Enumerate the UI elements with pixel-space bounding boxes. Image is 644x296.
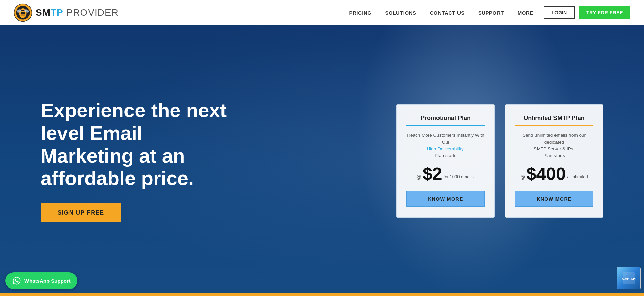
unlimited-plan-card: Unlimited SMTP Plan Send unlimited email…	[505, 104, 603, 218]
unlimited-plan-price-sub: / Unlimited	[567, 174, 588, 179]
bottom-accent-bar	[0, 293, 644, 296]
captcha-badge: reCAPTCHA	[617, 267, 641, 289]
logo-text: SMTP PROVIDER	[36, 7, 119, 18]
nav-support[interactable]: SUPPORT	[478, 10, 504, 16]
hero-headline: Experience the next level Email Marketin…	[41, 99, 237, 190]
unlimited-plan-at: @	[520, 174, 525, 180]
unlimited-plan-price: $400	[527, 165, 566, 183]
unlimited-plan-divider	[515, 125, 593, 126]
nav-contact[interactable]: CONTACT US	[430, 10, 465, 16]
promotional-plan-price: $2	[423, 165, 442, 183]
promotional-plan-price-sub: for 1000 emails.	[444, 174, 475, 179]
nav-more[interactable]: MORE	[518, 10, 533, 16]
unlimited-plan-price-row: @ $400 / Unlimited	[520, 165, 588, 183]
promotional-plan-desc: Reach More Customers Instantly With Our …	[406, 132, 485, 160]
svg-text:reCAPTCHA: reCAPTCHA	[622, 277, 636, 280]
captcha-icon: reCAPTCHA	[622, 272, 636, 285]
promotional-plan-at: @	[416, 174, 421, 180]
promotional-plan-card: Promotional Plan Reach More Customers In…	[396, 104, 495, 218]
whatsapp-icon	[12, 276, 21, 285]
unlimited-know-more-button[interactable]: KNOW MORE	[515, 191, 593, 207]
promotional-plan-divider	[406, 125, 485, 126]
unlimited-plan-desc: Send unlimited emails from our dedicated…	[515, 132, 593, 160]
nav-pricing[interactable]: PRICING	[349, 10, 371, 16]
brand-logo[interactable]: SMTP PROVIDER	[14, 3, 119, 22]
plan-cards: Promotional Plan Reach More Customers In…	[396, 104, 603, 218]
login-button[interactable]: LOGIN	[544, 6, 575, 19]
nav-solutions[interactable]: SOLUTIONS	[385, 10, 416, 16]
whatsapp-support-button[interactable]: WhatsApp Support	[5, 272, 77, 289]
whatsapp-label: WhatsApp Support	[24, 278, 71, 284]
unlimited-plan-title: Unlimited SMTP Plan	[524, 115, 585, 122]
promotional-know-more-button[interactable]: KNOW MORE	[406, 191, 485, 207]
nav-links: PRICING SOLUTIONS CONTACT US SUPPORT MOR…	[349, 10, 533, 16]
promotional-plan-price-row: @ $2 for 1000 emails.	[416, 165, 475, 183]
signup-button[interactable]: SIGN UP FREE	[41, 203, 121, 222]
logo-icon	[14, 3, 32, 22]
navbar: SMTP PROVIDER PRICING SOLUTIONS CONTACT …	[0, 0, 644, 25]
promotional-plan-title: Promotional Plan	[421, 115, 471, 122]
captcha-inner: reCAPTCHA	[617, 267, 640, 289]
hero-content: Experience the next level Email Marketin…	[0, 99, 644, 222]
hero-left: Experience the next level Email Marketin…	[41, 99, 237, 222]
try-free-button[interactable]: TRY FOR FREE	[579, 6, 630, 19]
high-deliverability-link[interactable]: High Deliverability.	[427, 146, 465, 151]
hero-section: Experience the next level Email Marketin…	[0, 25, 644, 296]
nav-actions: LOGIN TRY FOR FREE	[544, 6, 630, 19]
